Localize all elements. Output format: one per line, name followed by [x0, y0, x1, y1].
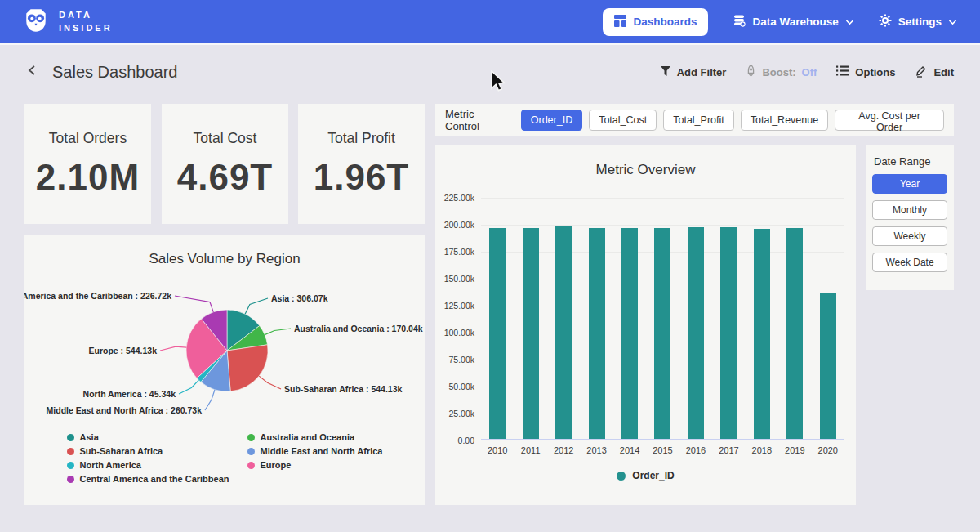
y-tick-label: 175.00k: [444, 247, 474, 257]
rocket-icon: [746, 65, 756, 79]
bar-plot-area: [481, 198, 844, 440]
kpi-card: Total Profit1.96T: [298, 104, 425, 224]
boost-toggle[interactable]: Boost: Off: [746, 65, 817, 79]
pie-legend-item-middle-east-and-north-africa[interactable]: Middle East and North Africa: [247, 446, 383, 456]
legend-label: Australia and Oceania: [261, 432, 355, 442]
bar-2012[interactable]: [555, 226, 572, 439]
x-tick-label: 2017: [712, 445, 745, 455]
bar-2011[interactable]: [523, 228, 539, 439]
pie-legend-column: Australia and OceaniaMiddle East and Nor…: [247, 432, 383, 484]
pie-chart: Asia : 306.07kAustralia and Oceania : 17…: [24, 269, 425, 429]
bar-slot: [514, 228, 546, 439]
y-tick-label: 125.00k: [444, 301, 474, 311]
legend-dot: [67, 462, 74, 469]
metric-control-label: Metric Control: [445, 108, 511, 132]
bar-legend-item[interactable]: Order_ID: [435, 470, 856, 481]
pie-slice-sub-saharan-africa[interactable]: [227, 345, 268, 391]
date-range-option-week-date[interactable]: Week Date: [872, 253, 947, 272]
bar-2014[interactable]: [621, 228, 638, 439]
pie-slice-label: Middle East and North Africa : 260.73k: [47, 405, 203, 415]
nav-dashboards-button[interactable]: Dashboards: [603, 8, 708, 36]
filter-funnel-icon: [660, 65, 671, 79]
pie-legend-column: AsiaSub-Saharan AfricaNorth AmericaCentr…: [67, 432, 229, 484]
kpi-card: Total Orders2.10M: [24, 104, 151, 224]
pie-leader-line: [245, 298, 268, 314]
y-tick-label: 25.00k: [448, 409, 474, 418]
legend-dot: [617, 472, 626, 481]
pie-slice-label: North America : 45.34k: [83, 389, 176, 399]
bar-2019[interactable]: [786, 228, 803, 439]
edit-pencil-icon: [915, 65, 928, 80]
metric-option-order-id[interactable]: Order_ID: [521, 110, 582, 131]
pie-slice-label: Central America and the Caribbean : 226.…: [24, 291, 172, 301]
y-tick-label: 225.00k: [444, 193, 474, 203]
pie-legend-item-australia-and-oceania[interactable]: Australia and Oceania: [247, 432, 383, 442]
x-tick-label: 2010: [481, 445, 514, 455]
pie-legend-item-central-america-and-the-caribbean[interactable]: Central America and the Caribbean: [67, 474, 229, 484]
brand[interactable]: DATA INSIDER: [23, 7, 113, 37]
owl-logo-icon: [23, 7, 49, 37]
legend-dot: [247, 434, 255, 441]
back-button[interactable]: [26, 64, 39, 80]
pie-legend-item-north-america[interactable]: North America: [67, 460, 229, 470]
x-tick-label: 2018: [746, 445, 778, 455]
bar-slot: [778, 228, 811, 439]
legend-dot: [67, 448, 74, 455]
x-tick-label: 2012: [547, 445, 580, 455]
options-button[interactable]: Options: [836, 65, 895, 78]
x-tick-label: 2016: [679, 445, 712, 455]
bars-layer: [481, 198, 844, 439]
date-range-option-year[interactable]: Year: [872, 174, 947, 194]
chevron-down-icon: [845, 16, 854, 28]
legend-label: Order_ID: [632, 470, 674, 481]
bar-2020[interactable]: [820, 293, 836, 439]
bar-2017[interactable]: [720, 227, 737, 440]
nav-settings[interactable]: Settings: [879, 14, 957, 29]
page-title: Sales Dashboard: [52, 63, 177, 82]
edit-button[interactable]: Edit: [915, 65, 954, 80]
dashboard-grid-icon: [614, 15, 626, 29]
add-filter-button[interactable]: Add Filter: [660, 65, 727, 79]
pie-title: Sales Volume by Region: [24, 251, 425, 267]
x-tick-label: 2013: [580, 445, 612, 455]
metric-option-total-revenue[interactable]: Total_Revenue: [741, 110, 828, 131]
legend-dot: [67, 476, 74, 483]
date-range-option-monthly[interactable]: Monthly: [872, 200, 947, 220]
bar-2013[interactable]: [589, 228, 605, 439]
metric-option-total-cost[interactable]: Total_Cost: [589, 110, 657, 131]
y-tick-label: 100.00k: [444, 328, 474, 338]
metric-option-total-profit[interactable]: Total_Profit: [663, 110, 734, 131]
bar-slot: [646, 228, 679, 439]
kpi-label: Total Cost: [162, 130, 288, 147]
date-range-panel: Date Range YearMonthlyWeeklyWeek Date: [866, 145, 954, 290]
kpi-label: Total Orders: [24, 130, 151, 147]
pie-leader-line: [175, 296, 213, 312]
pie-leader-line: [160, 346, 186, 351]
page-header: Sales Dashboard Add Filter Boost: Off: [0, 47, 980, 97]
bar-2018[interactable]: [754, 229, 770, 439]
bar-slot: [679, 227, 712, 439]
date-range-option-weekly[interactable]: Weekly: [872, 226, 947, 246]
pie-slice-label: Asia : 306.07k: [271, 293, 328, 303]
boost-state: Off: [802, 66, 817, 78]
x-tick-label: 2020: [812, 445, 844, 455]
pie-legend-item-europe[interactable]: Europe: [247, 460, 383, 470]
bar-slot: [812, 293, 844, 439]
legend-label: Europe: [261, 460, 292, 470]
legend-label: Asia: [80, 432, 99, 442]
pie-leader-line: [259, 376, 281, 389]
pie-legend-item-sub-saharan-africa[interactable]: Sub-Saharan Africa: [67, 446, 229, 456]
kpi-label: Total Profit: [298, 130, 425, 147]
bar-2016[interactable]: [688, 227, 704, 439]
x-tick-label: 2015: [646, 445, 679, 455]
pie-leader-line: [205, 390, 215, 410]
bar-2015[interactable]: [654, 228, 670, 439]
pie-legend-item-asia[interactable]: Asia: [67, 432, 229, 442]
top-navbar: DATA INSIDER Dashboards: [0, 0, 980, 45]
metric-option-avg-cost-per-order[interactable]: Avg. Cost per Order: [835, 110, 944, 131]
sales-dashboard-page: DATA INSIDER Dashboards: [0, 0, 980, 532]
pie-legend: AsiaSub-Saharan AfricaNorth AmericaCentr…: [24, 432, 425, 484]
metric-overview-chart-card: Metric Overview 0.0025.00k50.00k75.00k10…: [435, 145, 856, 505]
nav-data-warehouse[interactable]: Data Warehouse: [733, 14, 853, 29]
bar-2010[interactable]: [489, 228, 506, 439]
